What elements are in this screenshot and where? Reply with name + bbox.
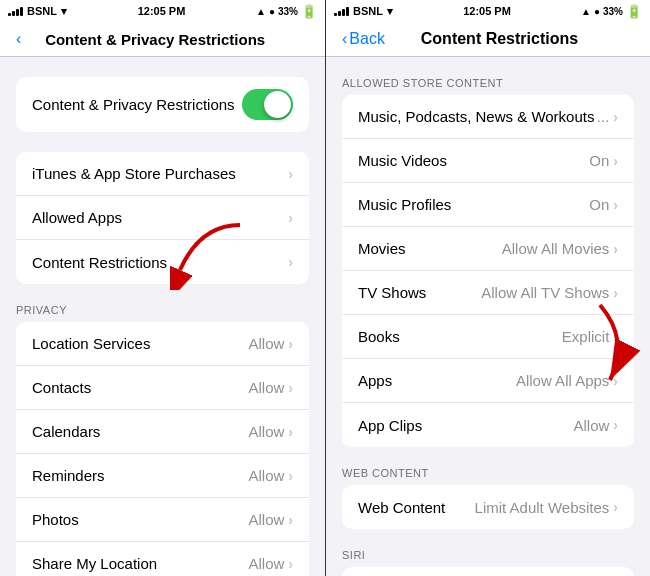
share-location-value: Allow xyxy=(248,555,284,572)
status-right-left: ▲ ● 33% 🔋 xyxy=(256,4,317,19)
movies-right: Allow All Movies › xyxy=(502,240,618,257)
contacts-right: Allow › xyxy=(248,379,293,396)
music-videos-label: Music Videos xyxy=(358,152,447,169)
allowed-apps-item[interactable]: Allowed Apps › xyxy=(16,196,309,240)
app-clips-label: App Clips xyxy=(358,417,422,434)
allowed-apps-chevron: › xyxy=(288,210,293,226)
content-restrictions-right: › xyxy=(288,254,293,270)
status-bar-left: BSNL ▾ 12:05 PM ▲ ● 33% 🔋 xyxy=(0,0,325,22)
time-right: 12:05 PM xyxy=(463,5,511,17)
movies-value: Allow All Movies xyxy=(502,240,610,257)
allowed-apps-label: Allowed Apps xyxy=(32,209,122,226)
contacts-chevron: › xyxy=(288,380,293,396)
itunes-purchases-item[interactable]: iTunes & App Store Purchases › xyxy=(16,152,309,196)
content-restrictions-item[interactable]: Content Restrictions › xyxy=(16,240,309,284)
music-podcasts-value: ... xyxy=(597,108,610,125)
calendars-right: Allow › xyxy=(248,423,293,440)
siri-header: SIRI xyxy=(326,549,650,567)
photos-right: Allow › xyxy=(248,511,293,528)
wifi-icon-right: ▾ xyxy=(387,5,393,18)
siri-card: Web Search Content Allow › xyxy=(342,567,634,576)
tv-shows-value: Allow All TV Shows xyxy=(481,284,609,301)
web-search-content-item[interactable]: Web Search Content Allow › xyxy=(342,567,634,576)
music-podcasts-chevron: › xyxy=(613,109,618,125)
privacy-section: PRIVACY Location Services Allow › Contac… xyxy=(0,304,325,576)
time-left: 12:05 PM xyxy=(138,5,186,17)
left-scroll-content: Content & Privacy Restrictions iTunes & … xyxy=(0,57,325,576)
web-content-chevron: › xyxy=(613,499,618,515)
web-content-item[interactable]: Web Content Limit Adult Websites › xyxy=(342,485,634,529)
photos-chevron: › xyxy=(288,512,293,528)
app-clips-item[interactable]: App Clips Allow › xyxy=(342,403,634,447)
share-location-right: Allow › xyxy=(248,555,293,572)
music-videos-item[interactable]: Music Videos On › xyxy=(342,139,634,183)
contacts-value: Allow xyxy=(248,379,284,396)
siri-section: SIRI Web Search Content Allow › xyxy=(326,549,650,576)
calendars-item[interactable]: Calendars Allow › xyxy=(16,410,309,454)
web-content-card: Web Content Limit Adult Websites › xyxy=(342,485,634,529)
toggle-label: Content & Privacy Restrictions xyxy=(32,96,235,113)
battery-icon-left: 🔋 xyxy=(301,4,317,19)
music-profiles-value: On xyxy=(589,196,609,213)
itunes-purchases-label: iTunes & App Store Purchases xyxy=(32,165,236,182)
calendars-label: Calendars xyxy=(32,423,100,440)
allowed-store-card: Music, Podcasts, News & Workouts ... › M… xyxy=(342,95,634,447)
battery-left: 33% xyxy=(278,6,298,17)
signal-icon2: ● xyxy=(269,6,275,17)
calendars-value: Allow xyxy=(248,423,284,440)
reminders-label: Reminders xyxy=(32,467,105,484)
toggle-knob xyxy=(264,91,291,118)
photos-label: Photos xyxy=(32,511,79,528)
nav-bar-right: ‹ Back Content Restrictions xyxy=(326,22,650,57)
privacy-header: PRIVACY xyxy=(0,304,325,322)
location-icon-right: ▲ xyxy=(581,6,591,17)
share-location-item[interactable]: Share My Location Allow › xyxy=(16,542,309,576)
movies-label: Movies xyxy=(358,240,406,257)
music-profiles-item[interactable]: Music Profiles On › xyxy=(342,183,634,227)
privacy-toggle-row[interactable]: Content & Privacy Restrictions xyxy=(16,77,309,132)
status-right-right: ▲ ● 33% 🔋 xyxy=(581,4,642,19)
reminders-value: Allow xyxy=(248,467,284,484)
reminders-right: Allow › xyxy=(248,467,293,484)
red-arrow-annotation xyxy=(170,220,250,294)
web-content-section: WEB CONTENT Web Content Limit Adult Webs… xyxy=(326,467,650,529)
share-location-label: Share My Location xyxy=(32,555,157,572)
tv-shows-label: TV Shows xyxy=(358,284,426,301)
back-chevron-right: ‹ xyxy=(342,30,347,48)
privacy-toggle[interactable] xyxy=(242,89,293,120)
books-label: Books xyxy=(358,328,400,345)
signal-icon3: ● xyxy=(594,6,600,17)
itunes-chevron: › xyxy=(288,166,293,182)
photos-item[interactable]: Photos Allow › xyxy=(16,498,309,542)
contacts-label: Contacts xyxy=(32,379,91,396)
signal-icon-right xyxy=(334,7,349,16)
status-bar-right-info: BSNL ▾ xyxy=(334,5,393,18)
privacy-card: Location Services Allow › Contacts Allow… xyxy=(16,322,309,576)
music-videos-right: On › xyxy=(589,152,618,169)
carrier-left: BSNL xyxy=(27,5,57,17)
photos-value: Allow xyxy=(248,511,284,528)
location-services-value: Allow xyxy=(248,335,284,352)
music-podcasts-item[interactable]: Music, Podcasts, News & Workouts ... › xyxy=(342,95,634,139)
nav-bar-left: ‹ Content & Privacy Restrictions xyxy=(0,22,325,57)
signal-icon xyxy=(8,7,23,16)
itunes-right: › xyxy=(288,166,293,182)
wifi-icon: ▾ xyxy=(61,5,67,18)
red-arrow-annotation-right xyxy=(570,300,640,394)
web-content-value: Limit Adult Websites xyxy=(475,499,610,516)
music-profiles-right: On › xyxy=(589,196,618,213)
battery-right: 33% xyxy=(603,6,623,17)
location-icon: ▲ xyxy=(256,6,266,17)
movies-item[interactable]: Movies Allow All Movies › xyxy=(342,227,634,271)
reminders-chevron: › xyxy=(288,468,293,484)
content-restrictions-chevron: › xyxy=(288,254,293,270)
carrier-right: BSNL xyxy=(353,5,383,17)
page-title-left: Content & Privacy Restrictions xyxy=(1,31,309,48)
location-services-item[interactable]: Location Services Allow › xyxy=(16,322,309,366)
status-bar-right: BSNL ▾ 12:05 PM ▲ ● 33% 🔋 xyxy=(326,0,650,22)
reminders-item[interactable]: Reminders Allow › xyxy=(16,454,309,498)
app-clips-chevron: › xyxy=(613,417,618,433)
location-services-chevron: › xyxy=(288,336,293,352)
app-clips-right: Allow › xyxy=(573,417,618,434)
contacts-item[interactable]: Contacts Allow › xyxy=(16,366,309,410)
